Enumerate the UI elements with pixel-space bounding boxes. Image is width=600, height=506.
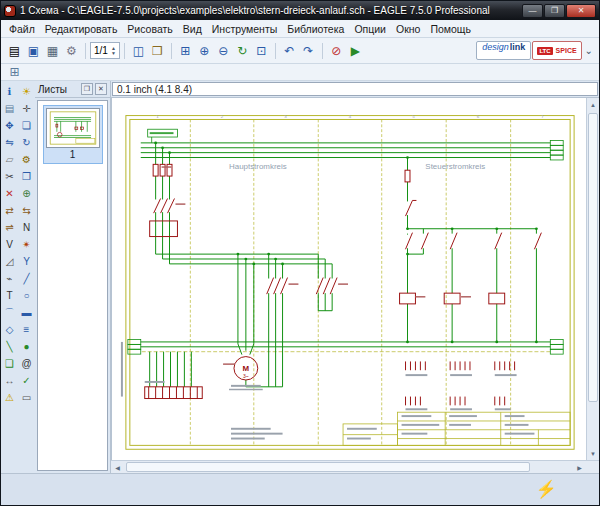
horizontal-scroll-thumb[interactable] <box>126 462 530 472</box>
toolbar-separator <box>85 43 86 59</box>
split-icon[interactable]: Y <box>19 254 35 269</box>
smash-icon[interactable]: ✴ <box>19 237 35 252</box>
open-icon[interactable]: ▤ <box>5 41 24 60</box>
maximize-button[interactable]: ❐ <box>544 4 565 18</box>
svg-text:M: M <box>243 364 250 373</box>
menu-bar: ФайлРедактироватьРисоватьВидИнструментыБ… <box>1 20 599 38</box>
grid-icon[interactable]: ⊞ <box>5 63 24 82</box>
dimension-icon[interactable]: ↔ <box>2 373 18 388</box>
panel-close-icon[interactable]: ✕ <box>95 83 107 95</box>
ltc-spice-button[interactable]: LTC SPICE <box>532 41 581 60</box>
schematic-canvas[interactable]: 1 2 3 4 5 6 7 <box>111 98 586 460</box>
eagle-app-icon <box>4 5 16 17</box>
delete-icon[interactable]: ✕ <box>2 186 18 201</box>
menu-window[interactable]: Окно <box>391 22 425 36</box>
zoom-in-icon[interactable]: ⊕ <box>195 41 214 60</box>
menu-help[interactable]: Помощь <box>425 22 476 36</box>
errors-icon[interactable]: ⚠ <box>2 390 18 405</box>
use-library-icon[interactable]: ❒ <box>148 41 167 60</box>
stop-icon[interactable]: ⊘ <box>327 41 346 60</box>
pinswap-icon[interactable]: ⇄ <box>2 203 18 218</box>
menu-file[interactable]: Файл <box>4 22 40 36</box>
scroll-up-icon[interactable]: ▲ <box>587 98 599 111</box>
menu-view[interactable]: Вид <box>178 22 207 36</box>
info-icon[interactable]: ℹ <box>2 84 18 99</box>
add-icon[interactable]: ⊕ <box>19 186 35 201</box>
show-icon[interactable]: ☀ <box>19 84 35 99</box>
frame-group <box>126 116 574 450</box>
frame-icon[interactable]: ▭ <box>19 390 35 405</box>
eagle-window: 1 Схема - C:\EAGLE-7.5.0\projects\exampl… <box>0 0 600 506</box>
design-link-button[interactable]: designlink <box>476 41 531 60</box>
save-icon[interactable]: ▣ <box>24 41 43 60</box>
label-icon[interactable]: ❑ <box>2 356 18 371</box>
rect-icon[interactable]: ▬ <box>19 305 35 320</box>
sheet-selector-spinner[interactable]: ▲ ▼ <box>111 46 116 56</box>
sheet-number: 1 <box>46 148 100 161</box>
print-icon[interactable]: ▦ <box>43 41 62 60</box>
name-icon[interactable]: N <box>19 220 35 235</box>
replace-icon[interactable]: ⇆ <box>19 203 35 218</box>
gateswap-icon[interactable]: ⇌ <box>2 220 18 235</box>
spinner-down-icon[interactable]: ▼ <box>111 51 116 56</box>
sheets-panel-title: Листы <box>38 84 79 95</box>
junction-icon[interactable]: ● <box>19 339 35 354</box>
toolbar-overflow-icon[interactable]: ⌄ <box>583 45 595 56</box>
vertical-scroll-thumb[interactable] <box>588 113 598 402</box>
minimize-button[interactable]: — <box>522 4 543 18</box>
sheet-thumbnail[interactable]: 1 <box>43 105 103 164</box>
zoom-out-icon[interactable]: ⊖ <box>214 41 233 60</box>
circle-icon[interactable]: ○ <box>19 288 35 303</box>
erc-icon[interactable]: ✓ <box>19 373 35 388</box>
attribute-icon[interactable]: @ <box>19 356 35 371</box>
scroll-down-icon[interactable]: ▼ <box>587 447 599 460</box>
menu-edit[interactable]: Редактировать <box>40 22 123 36</box>
panel-float-icon[interactable]: ❐ <box>81 83 93 95</box>
arc-icon[interactable]: ⌒ <box>2 305 18 320</box>
horizontal-scroll-track[interactable] <box>124 461 573 473</box>
sheets-panel-header: Листы ❐ ✕ <box>35 81 110 98</box>
menu-tools[interactable]: Инструменты <box>207 22 282 36</box>
text-icon[interactable]: T <box>2 288 18 303</box>
group-icon[interactable]: ▱ <box>2 152 18 167</box>
copy-icon[interactable]: ❏ <box>19 118 35 133</box>
vertical-scroll-track[interactable] <box>587 111 599 447</box>
close-button[interactable]: ✕ <box>566 4 596 18</box>
net-icon[interactable]: ╲ <box>2 339 18 354</box>
move-icon[interactable]: ✥ <box>2 118 18 133</box>
bus-icon[interactable]: ≡ <box>19 322 35 337</box>
change-icon[interactable]: ⚙ <box>19 152 35 167</box>
horizontal-scrollbar[interactable]: ◀ ▶ <box>111 460 599 473</box>
miter-icon[interactable]: ◿ <box>2 254 18 269</box>
cam-icon[interactable]: ⚙ <box>62 41 81 60</box>
coordinate-bar: 0.1 inch (4.1 8.4) <box>111 81 599 98</box>
command-line[interactable]: 0.1 inch (4.1 8.4) <box>112 82 598 96</box>
mirror-icon[interactable]: ⇋ <box>2 135 18 150</box>
redo-icon[interactable]: ↷ <box>299 41 318 60</box>
mark-icon[interactable]: ✛ <box>19 101 35 116</box>
zoom-redraw-icon[interactable]: ↻ <box>233 41 252 60</box>
sheet-selector-value: 1/1 <box>94 45 108 56</box>
invoke-icon[interactable]: ⌁ <box>2 271 18 286</box>
toolbar-separator <box>322 43 323 59</box>
sheet-selector[interactable]: 1/1 ▲ ▼ <box>90 42 120 59</box>
cut-icon[interactable]: ✂ <box>2 169 18 184</box>
display-icon[interactable]: ▤ <box>2 101 18 116</box>
switch-board-icon[interactable]: ◫ <box>129 41 148 60</box>
polygon-icon[interactable]: ◇ <box>2 322 18 337</box>
wire-icon[interactable]: ╱ <box>19 271 35 286</box>
motor-symbol: M 3~ <box>234 357 258 380</box>
menu-library[interactable]: Библиотека <box>282 22 349 36</box>
run-icon[interactable]: ▶ <box>346 41 365 60</box>
toolbar-separator <box>124 43 125 59</box>
paste-icon[interactable]: ❐ <box>19 169 35 184</box>
zoom-select-icon[interactable]: ⊡ <box>252 41 271 60</box>
value-icon[interactable]: V <box>2 237 18 252</box>
menu-options[interactable]: Опции <box>349 22 391 36</box>
vertical-scrollbar[interactable]: ▲ ▼ <box>586 98 599 460</box>
rotate-icon[interactable]: ↻ <box>19 135 35 150</box>
schematic-drawing: 1 2 3 4 5 6 7 <box>112 98 586 460</box>
undo-icon[interactable]: ↶ <box>280 41 299 60</box>
zoom-fit-icon[interactable]: ⊞ <box>176 41 195 60</box>
menu-draw[interactable]: Рисовать <box>122 22 177 36</box>
